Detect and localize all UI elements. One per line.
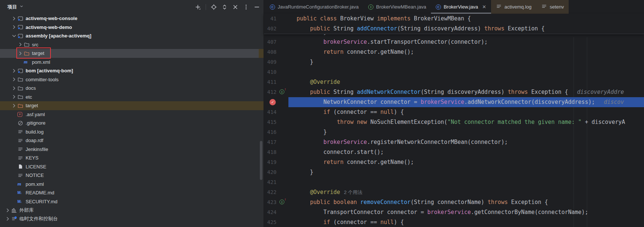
code-text[interactable]: connector.start(); xyxy=(288,147,644,157)
code-text[interactable]: } xyxy=(288,34,644,37)
chevron-right-icon[interactable] xyxy=(11,24,17,30)
line-number-gutter[interactable]: 415 xyxy=(264,117,279,127)
tree-item-committer-tools[interactable]: committer-tools xyxy=(0,75,264,84)
code-text[interactable]: public String addNetworkConnector(String… xyxy=(288,87,644,97)
line-number-gutter[interactable]: 422 xyxy=(264,187,279,197)
code-text[interactable]: } xyxy=(288,57,644,67)
line-number-gutter[interactable]: 424 xyxy=(264,207,279,217)
tree-item-etc[interactable]: etc xyxy=(0,93,264,102)
code-text[interactable]: public boolean removeConnector(String co… xyxy=(288,197,644,207)
code-text[interactable]: } xyxy=(288,167,644,177)
chevron-spacer xyxy=(17,59,24,65)
collapse-all-icon[interactable] xyxy=(232,4,238,10)
line-number-gutter[interactable]: 411 xyxy=(264,77,279,87)
code-text[interactable]: brokerService.registerNetworkConnectorMB… xyxy=(288,137,644,147)
expand-icon[interactable] xyxy=(222,4,228,10)
tree-item-license[interactable]: LICENSE xyxy=(0,162,264,171)
code-line: } xyxy=(264,34,644,37)
editor-tab-javaruntimeconfigurationbroker-java[interactable]: CJavaRuntimeConfigurationBroker.java xyxy=(265,0,363,14)
implements-icon[interactable]: I xyxy=(279,87,288,97)
line-number-gutter[interactable]: 408 xyxy=(264,47,279,57)
line-number-gutter[interactable]: 425 xyxy=(264,217,279,227)
code-text[interactable]: if (connector == null) { xyxy=(288,217,644,227)
tree-item-activemq-web-demo[interactable]: activemq-web-demo xyxy=(0,23,264,32)
code-text[interactable]: if (connector == null) { xyxy=(288,107,644,117)
tree-item-pom-xml[interactable]: mpom.xml xyxy=(0,180,264,189)
gutter-icon-slot xyxy=(279,67,288,77)
line-number-gutter[interactable]: 420 xyxy=(264,167,279,177)
editor-tab-setenv[interactable]: setenv xyxy=(536,0,569,14)
code-text[interactable] xyxy=(288,67,644,77)
chevron-down-icon[interactable] xyxy=(11,33,17,39)
line-number-gutter[interactable]: 421 xyxy=(264,177,279,187)
code-text[interactable]: public String addConnector(String discov… xyxy=(288,24,644,34)
tree-item-readme-md[interactable]: M↓README.md xyxy=(0,188,264,197)
more-options-icon[interactable] xyxy=(243,4,249,10)
close-icon[interactable]: ✕ xyxy=(482,4,486,9)
tree-item-activemq-web-console[interactable]: activemq-web-console xyxy=(0,14,264,23)
implements-icon[interactable]: I xyxy=(279,197,288,207)
code-text[interactable]: brokerService.startTransportConnector(co… xyxy=(288,37,644,47)
tree-item-notice[interactable]: NOTICE xyxy=(0,171,264,180)
code-text[interactable]: return connector.getName(); xyxy=(288,157,644,167)
chevron-right-icon[interactable] xyxy=(11,102,17,109)
tree-item-doap-rdf[interactable]: doap.rdf xyxy=(0,136,264,145)
breakpoint-icon[interactable]: ✓ xyxy=(269,99,276,105)
locate-icon[interactable] xyxy=(211,4,217,10)
tree-item-bom-activemq-bom-[interactable]: bom [activemq-bom] xyxy=(0,66,264,75)
tree-item-外部库[interactable]: 外部库 xyxy=(0,206,264,215)
line-number-gutter[interactable]: 419 xyxy=(264,157,279,167)
chevron-right-icon[interactable] xyxy=(17,41,24,48)
line-number-gutter[interactable]: 414 xyxy=(264,107,279,117)
chevron-right-icon[interactable] xyxy=(4,207,11,214)
code-text[interactable] xyxy=(288,177,644,187)
code-text[interactable]: @Override2 个用法 xyxy=(288,187,644,197)
tree-item--gitignore[interactable]: .gitignore xyxy=(0,119,264,128)
line-number-gutter[interactable]: 407 xyxy=(264,37,279,47)
line-number-gutter[interactable] xyxy=(264,34,279,37)
code-text[interactable]: @Override xyxy=(288,77,644,87)
tree-item-target[interactable]: target xyxy=(0,101,264,110)
code-text[interactable]: TransportConnector connector = brokerSer… xyxy=(288,207,644,217)
chevron-right-icon[interactable] xyxy=(11,85,17,92)
code-text[interactable]: } xyxy=(288,127,644,137)
line-number-gutter[interactable]: 41 xyxy=(264,14,279,24)
tree-item-docs[interactable]: docs xyxy=(0,84,264,93)
line-number-gutter[interactable]: 412 xyxy=(264,87,279,97)
line-number-gutter[interactable]: 402 xyxy=(264,24,279,34)
chevron-right-icon[interactable] xyxy=(11,68,17,74)
line-number-gutter[interactable]: 418 xyxy=(264,147,279,157)
project-title-dropdown[interactable]: 项目 xyxy=(7,4,24,10)
module-icon xyxy=(17,33,25,39)
tree-item--asf-yaml[interactable]: Y.asf.yaml xyxy=(0,110,264,119)
code-text[interactable]: return connector.getName(); xyxy=(288,47,644,57)
chevron-right-icon[interactable] xyxy=(11,15,17,22)
tree-item-build-log[interactable]: build.log xyxy=(0,128,264,136)
hide-icon[interactable] xyxy=(254,4,260,10)
tree-item-security-md[interactable]: M↓SECURITY.md xyxy=(0,197,264,206)
editor-tab-activemq-log[interactable]: activemq.log xyxy=(491,0,536,14)
line-number-gutter[interactable]: 423 xyxy=(264,197,279,207)
code-text[interactable]: public class BrokerView implements Broke… xyxy=(288,14,644,24)
code-text[interactable]: NetworkConnector connector = brokerServi… xyxy=(288,97,644,107)
editor-tab-brokerviewmbean-java[interactable]: IBrokerViewMBean.java xyxy=(363,0,431,14)
code-text[interactable]: throw new NoSuchElementException("Not co… xyxy=(288,117,644,127)
tree-item-pom-xml[interactable]: mpom.xml xyxy=(0,58,264,67)
tree-item-keys[interactable]: KEYS xyxy=(0,154,264,162)
panel-toolbar xyxy=(195,4,260,10)
tree-item-jenkinsfile[interactable]: Jenkinsfile xyxy=(0,145,264,154)
line-number-gutter[interactable]: 416 xyxy=(264,127,279,137)
editor-tab-brokerview-java[interactable]: CBrokerView.java✕ xyxy=(431,0,491,14)
add-icon[interactable] xyxy=(195,4,201,10)
line-number-gutter[interactable]: 410 xyxy=(264,67,279,77)
chevron-right-icon[interactable] xyxy=(11,76,17,83)
chevron-right-icon[interactable] xyxy=(4,216,11,222)
tree-scrollbar[interactable] xyxy=(260,141,262,180)
tree-item-label: bom [activemq-bom] xyxy=(26,68,73,73)
line-number-gutter[interactable]: 417 xyxy=(264,137,279,147)
tree-item-临时文件和控制台[interactable]: 临时文件和控制台 xyxy=(0,215,264,224)
line-number-gutter[interactable]: 409 xyxy=(264,57,279,67)
chevron-right-icon[interactable] xyxy=(11,93,17,100)
tree-item-assembly-apache-activemq-[interactable]: assembly [apache-activemq] xyxy=(0,32,264,40)
line-number-gutter[interactable]: ✓ xyxy=(264,97,279,107)
